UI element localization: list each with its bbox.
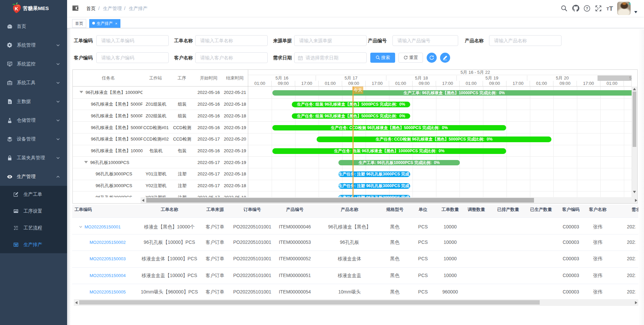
svg-text:K: K bbox=[15, 6, 18, 11]
svg-text:?: ? bbox=[586, 6, 588, 10]
svg-text:T: T bbox=[606, 6, 609, 11]
svg-text:T: T bbox=[609, 5, 613, 12]
